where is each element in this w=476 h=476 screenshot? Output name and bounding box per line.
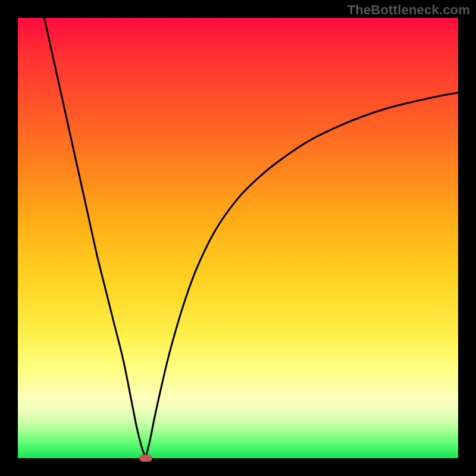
minimum-marker — [139, 455, 152, 462]
curve-svg — [18, 18, 458, 458]
curve-left-line — [44, 18, 145, 458]
watermark-text: TheBottleneck.com — [347, 2, 470, 18]
plot-area — [18, 18, 458, 458]
chart-frame: TheBottleneck.com — [0, 0, 476, 476]
curve-right-line — [146, 93, 458, 458]
